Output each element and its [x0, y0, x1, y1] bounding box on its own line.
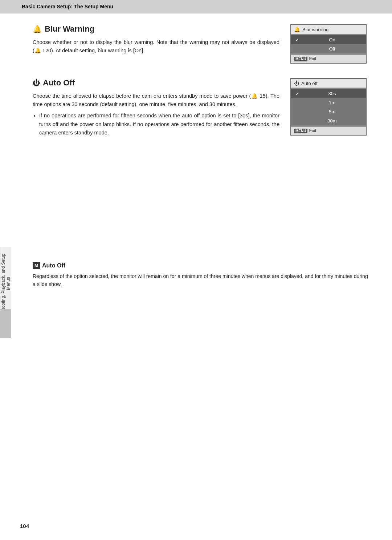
auto-off-icon: ⏻ [33, 79, 40, 87]
auto-off-screen: ⏻ Auto off ✓ 30s 1m 5m [290, 78, 370, 138]
blur-label-off: Off [303, 46, 362, 52]
page-number: 104 [20, 523, 29, 529]
side-tab [0, 309, 11, 338]
auto-off-cam-footer: MENU Exit [291, 126, 366, 135]
page-header: Basic Camera Setup: The Setup Menu [0, 0, 392, 13]
auto-off-label-30m: 30m [303, 118, 362, 124]
auto-off-label-30s: 30s [303, 91, 362, 96]
blur-cam-title-bar: 🔔 Blur warning [291, 25, 366, 34]
auto-off-menu-key: MENU [294, 129, 307, 133]
auto-off-option-30s: ✓ 30s [291, 89, 366, 98]
auto-off-bullet-1: If no operations are performed for fifte… [39, 112, 279, 137]
auto-off-cam-icon: ⏻ [294, 80, 299, 86]
note-text: Regardless of the option selected, the m… [33, 272, 370, 289]
blur-cam-footer: MENU Exit [291, 55, 366, 63]
auto-off-footer-text: Exit [309, 128, 316, 133]
blur-menu-key: MENU [294, 57, 307, 61]
blur-footer-text: Exit [309, 56, 316, 61]
blur-cam-menu: ✓ On Off [291, 34, 366, 55]
auto-off-camera-screen: ⏻ Auto off ✓ 30s 1m 5m [290, 78, 367, 136]
auto-off-cam-title-bar: ⏻ Auto off [291, 79, 366, 88]
note-heading: M Auto Off [33, 262, 370, 269]
auto-off-cam-menu: ✓ 30s 1m 5m 30m [291, 88, 366, 126]
note-title: Auto Off [42, 262, 65, 269]
blur-warning-heading: 🔔 Blur Warning [33, 24, 279, 34]
note-section: M Auto Off Regardless of the option sele… [33, 255, 370, 289]
header-title: Basic Camera Setup: The Setup Menu [22, 4, 113, 9]
blur-warning-section: 🔔 Blur Warning Choose whether or not to … [33, 24, 370, 64]
auto-off-bullets: If no operations are performed for fifte… [39, 112, 279, 137]
auto-off-option-5m: 5m [291, 107, 366, 116]
auto-off-option-30m: 30m [291, 116, 366, 125]
blur-warning-screen: 🔔 Blur warning ✓ On Off MENU Exit [290, 24, 370, 64]
blur-warning-icon: 🔔 [33, 25, 42, 33]
auto-off-heading: ⏻ Auto Off [33, 78, 279, 88]
auto-off-check-30s: ✓ [295, 91, 301, 96]
blur-check-on: ✓ [295, 37, 301, 43]
blur-cam-icon: 🔔 [294, 27, 300, 32]
auto-off-text: ⏻ Auto Off Choose the time allowed to el… [33, 78, 279, 138]
blur-cam-title-text: Blur warning [302, 27, 328, 32]
auto-off-option-1m: 1m [291, 98, 366, 107]
blur-warning-paragraph: Choose whether or not to display the blu… [33, 38, 279, 55]
auto-off-title: Auto Off [43, 78, 75, 88]
auto-off-cam-title-text: Auto off [301, 81, 318, 86]
blur-option-on: ✓ On [291, 35, 366, 44]
blur-option-off: Off [291, 44, 366, 53]
auto-off-label-1m: 1m [303, 100, 362, 105]
note-icon: M [33, 262, 40, 269]
blur-label-on: On [303, 37, 362, 43]
auto-off-paragraph: Choose the time allowed to elapse before… [33, 92, 279, 109]
auto-off-label-5m: 5m [303, 109, 362, 114]
blur-camera-screen: 🔔 Blur warning ✓ On Off MENU Exit [290, 24, 367, 64]
blur-warning-text: 🔔 Blur Warning Choose whether or not to … [33, 24, 279, 64]
auto-off-section: ⏻ Auto Off Choose the time allowed to el… [33, 78, 370, 138]
blur-warning-title: Blur Warning [45, 24, 94, 34]
